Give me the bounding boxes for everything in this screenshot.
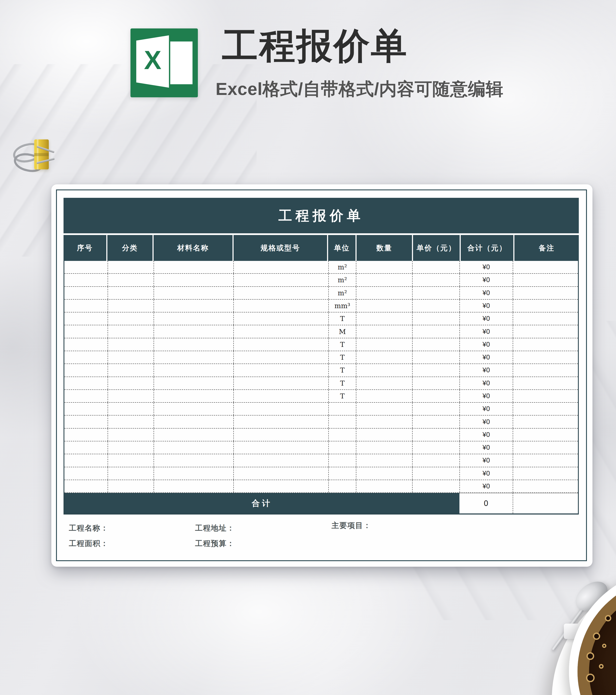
total-cell: ¥0	[460, 261, 513, 273]
unit-cell: m²	[328, 287, 356, 299]
unit-cell	[328, 467, 356, 480]
empty-cell	[412, 325, 460, 338]
empty-cell	[513, 467, 578, 480]
empty-cell	[153, 351, 234, 363]
empty-cell	[107, 274, 153, 286]
project-area-label: 工程面积：	[69, 539, 109, 548]
empty-cell	[513, 454, 578, 467]
unit-cell	[328, 480, 356, 492]
table-row: ¥0	[64, 480, 578, 493]
excel-x-letter: X	[139, 47, 166, 73]
empty-cell	[356, 403, 412, 415]
unit-cell: T	[328, 338, 356, 351]
empty-cell	[153, 364, 234, 376]
empty-cell	[233, 480, 328, 492]
empty-cell	[153, 287, 234, 299]
coffee-bubble	[586, 674, 595, 682]
total-cell: ¥0	[460, 377, 513, 389]
spoon-icon	[570, 576, 613, 617]
coffee-bubble	[602, 644, 606, 648]
total-cell: ¥0	[460, 403, 513, 415]
empty-cell	[107, 428, 153, 441]
total-cell: ¥0	[460, 364, 513, 376]
empty-cell	[64, 441, 107, 454]
unit-cell: M	[328, 325, 356, 338]
table-row: ¥0	[64, 441, 578, 454]
column-header-no: 序号	[64, 235, 106, 261]
empty-cell	[412, 377, 460, 389]
empty-cell	[233, 287, 328, 299]
empty-cell	[64, 261, 107, 273]
project-address-label: 工程地址：	[195, 523, 235, 533]
empty-cell	[412, 338, 460, 351]
unit-cell	[328, 403, 356, 415]
empty-cell	[356, 480, 412, 492]
unit-cell	[328, 441, 356, 454]
table-grid: m²¥0m²¥0m²¥0mm³¥0T¥0M¥0T¥0T¥0T¥0T¥0T¥0¥0…	[64, 261, 579, 514]
empty-cell	[412, 467, 460, 480]
empty-cell	[513, 480, 578, 492]
coffee-bubble	[599, 664, 604, 669]
empty-cell	[107, 325, 153, 338]
total-cell: ¥0	[460, 454, 513, 467]
empty-cell	[513, 390, 578, 402]
empty-cell	[107, 403, 153, 415]
empty-cell	[356, 454, 412, 467]
empty-cell	[153, 480, 234, 492]
column-header-category: 分类	[107, 235, 152, 261]
empty-cell	[513, 377, 578, 389]
empty-cell	[107, 390, 153, 402]
empty-cell	[412, 390, 460, 402]
empty-cell	[107, 480, 153, 492]
empty-cell	[64, 325, 107, 338]
binder-clip	[11, 136, 54, 174]
empty-cell	[107, 364, 153, 376]
empty-cell	[107, 338, 153, 351]
total-cell: ¥0	[460, 351, 513, 363]
empty-cell	[153, 467, 234, 480]
empty-cell	[356, 338, 412, 351]
column-header-unit: 单位	[328, 235, 355, 261]
unit-cell: T	[328, 351, 356, 363]
table-row: T¥0	[64, 377, 578, 390]
page-subtitle: Excel格式/自带格式/内容可随意编辑	[216, 78, 503, 101]
total-cell: ¥0	[460, 390, 513, 402]
empty-cell	[513, 325, 578, 338]
empty-cell	[356, 300, 412, 312]
empty-cell	[356, 312, 412, 325]
empty-cell	[233, 274, 328, 286]
empty-cell	[107, 441, 153, 454]
empty-cell	[153, 454, 234, 467]
cup-handle	[564, 624, 586, 639]
empty-cell	[107, 351, 153, 363]
empty-cell	[356, 467, 412, 480]
empty-cell	[153, 377, 234, 389]
empty-cell	[233, 390, 328, 402]
unit-cell: m²	[328, 274, 356, 286]
column-header-note: 备注	[514, 235, 579, 261]
empty-cell	[513, 312, 578, 325]
empty-cell	[412, 416, 460, 428]
coffee-bubble	[593, 632, 600, 640]
table-row: T¥0	[64, 390, 578, 403]
empty-cell	[153, 428, 234, 441]
unit-cell: T	[328, 312, 356, 325]
empty-cell	[513, 428, 578, 441]
empty-cell	[513, 287, 578, 299]
empty-cell	[64, 351, 107, 363]
empty-cell	[64, 364, 107, 376]
empty-cell	[153, 312, 234, 325]
footer-total-label: 合计	[64, 493, 460, 513]
table-row: m²¥0	[64, 261, 578, 274]
saucer	[552, 575, 616, 695]
spoon-handle	[551, 606, 586, 651]
empty-cell	[412, 480, 460, 492]
column-header-qty: 数量	[356, 235, 412, 261]
project-budget-label: 工程预算：	[195, 539, 235, 548]
empty-cell	[356, 261, 412, 273]
empty-cell	[412, 261, 460, 273]
poster-canvas: X 工程报价单 Excel格式/自带格式/内容可随意编辑 工程报价单 序号 分类…	[0, 0, 616, 695]
empty-cell	[64, 274, 107, 286]
total-cell: ¥0	[460, 441, 513, 454]
empty-cell	[107, 467, 153, 480]
